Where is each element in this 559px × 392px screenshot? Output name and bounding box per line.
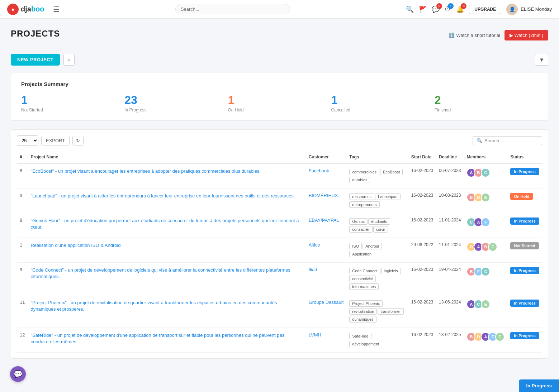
project-name-link[interactable]: Réalisation d'une application ISO & Andr…: [30, 243, 120, 248]
customer-link[interactable]: Altice: [309, 242, 320, 248]
tag: Code Connect: [349, 268, 380, 274]
stat-not-started-label: Not Started: [21, 107, 116, 113]
deadline-cell: 11-01-2024: [436, 238, 464, 263]
tag: dynamiques: [349, 316, 376, 322]
project-name-cell: "Code Connect" - un projet de développem…: [28, 263, 305, 295]
customer-link[interactable]: Iliad: [309, 267, 317, 272]
tags-cell: Code Connectlogicielsconnectivitéinforma…: [346, 263, 408, 295]
filter-button[interactable]: ▼: [535, 54, 548, 66]
stat-on-hold-label: On Hold: [228, 107, 322, 113]
toolbar: NEW PROJECT ≡ ▼: [11, 54, 548, 66]
main-content: PROJECTS ℹ️ Watch a short tutorial ▶ Wat…: [0, 19, 559, 369]
per-page-select[interactable]: 25 50 100: [17, 135, 38, 146]
hamburger-icon[interactable]: ☰: [53, 5, 60, 14]
project-name-link[interactable]: "Code Connect" - un projet de développem…: [30, 267, 290, 279]
customer-cell: Groupe Dassault: [306, 295, 347, 328]
table-section: 25 50 100 EXPORT ↻ 🔍 # Project Name Cust…: [11, 129, 548, 359]
project-name-link[interactable]: "EcoBoost" - un projet visant à encourag…: [30, 168, 261, 174]
logo[interactable]: ● djaboo: [7, 4, 44, 15]
row-num: 6: [17, 163, 28, 188]
page-title: PROJECTS: [11, 29, 60, 39]
tag: Launchpad: [375, 193, 400, 200]
export-button[interactable]: EXPORT: [41, 136, 70, 145]
table-search: 🔍: [473, 136, 542, 145]
project-name-link[interactable]: "Genius Hour" - un projet d'éducation qu…: [30, 218, 299, 230]
user-info[interactable]: 👤 ELISE Monday: [506, 4, 552, 15]
start-date-cell: 16-02-2023: [408, 263, 436, 295]
status-cell: In Progress: [507, 213, 542, 238]
deadline-cell: 13-02-2025: [436, 328, 464, 353]
tag: Android: [363, 243, 382, 249]
row-num: 1: [17, 238, 28, 263]
messages-icon-btn[interactable]: 💬 5: [432, 5, 440, 13]
search-input[interactable]: [175, 4, 290, 14]
deadline-cell: 06-07-2023: [436, 163, 464, 188]
flag-icon-btn[interactable]: 🚩: [419, 5, 427, 13]
upgrade-button[interactable]: UPGRADE: [469, 5, 501, 14]
stat-finished-number: 2: [435, 94, 529, 107]
tag: ressources: [349, 193, 374, 200]
col-num: #: [17, 151, 28, 163]
watch-tutorial-link[interactable]: ℹ️ Watch a short tutorial: [449, 33, 500, 38]
projects-table: # Project Name Customer Tags Start Date …: [17, 151, 542, 353]
project-name-link[interactable]: "Launchpad" - un projet visant à aider l…: [30, 193, 295, 199]
tags-cell: SafeRidedéveloppement: [346, 328, 408, 353]
customer-link[interactable]: LVMH: [309, 332, 321, 338]
logo-icon: ●: [7, 4, 19, 15]
customer-link[interactable]: Groupe Dassault: [309, 300, 344, 305]
start-date-cell: 16-02-2023: [408, 213, 436, 238]
customer-cell: Facebook: [306, 163, 347, 188]
stat-in-progress: 23 In Progress: [124, 94, 228, 113]
project-name-cell: "Launchpad" - un projet visant à aider l…: [28, 188, 305, 213]
stat-in-progress-number: 23: [124, 94, 219, 107]
list-view-button[interactable]: ≡: [63, 54, 75, 66]
deadline-cell: 13-06-2024: [436, 295, 464, 328]
project-name-cell: "Genius Hour" - un projet d'éducation qu…: [28, 213, 305, 238]
timer-badge: 1: [448, 3, 454, 9]
deadline-cell: 10-08-2023: [436, 188, 464, 213]
col-members: Members: [464, 151, 507, 163]
project-name-cell: Réalisation d'une application ISO & Andr…: [28, 238, 305, 263]
members-cell: BDAFE: [464, 328, 507, 353]
avatar: C: [481, 168, 490, 177]
info-icon: ℹ️: [449, 33, 454, 38]
project-name-cell: "EcoBoost" - un projet visant à encourag…: [28, 163, 305, 188]
notifications-icon-btn[interactable]: 🔔 3: [456, 5, 464, 13]
refresh-button[interactable]: ↻: [72, 136, 84, 145]
tags-cell: ressourcesLaunchpadentrepreneurs: [346, 188, 408, 213]
table-search-input[interactable]: [484, 138, 538, 143]
tag: connectivité: [349, 276, 376, 282]
tags-cell: commercialesEcoBoostdurables: [346, 163, 408, 188]
status-cell: Not Started: [507, 238, 542, 263]
tag: étudiants: [368, 218, 390, 225]
table-row: 1Réalisation d'une application ISO & And…: [17, 238, 542, 263]
project-name-link[interactable]: "SafeRide" - un projet de développement …: [30, 333, 284, 344]
status-badge: In Progress: [510, 300, 539, 307]
timer-icon-btn[interactable]: ⏱ 1: [445, 5, 451, 13]
customer-cell: Altice: [306, 238, 347, 263]
table-toolbar: 25 50 100 EXPORT ↻ 🔍: [17, 135, 542, 146]
tag: SafeRide: [349, 333, 371, 339]
notifications-badge: 3: [461, 3, 466, 9]
status-badge: In Progress: [510, 168, 539, 175]
search-icon-btn[interactable]: 🔍: [406, 5, 414, 13]
start-date-cell: 16-02-2023: [408, 295, 436, 328]
tags-cell: Geniusétudiantsconsacrercœur: [346, 213, 408, 238]
col-status: Status: [507, 151, 542, 163]
customer-link[interactable]: BIOMÉRIEUX: [309, 193, 338, 198]
col-deadline: Deadline: [436, 151, 464, 163]
row-num: 9: [17, 263, 28, 295]
col-project-name: Project Name: [28, 151, 305, 163]
table-search-icon: 🔍: [477, 138, 482, 143]
col-tags: Tags: [346, 151, 408, 163]
watch-button[interactable]: ▶ Watch (2min.): [504, 30, 548, 40]
customer-link[interactable]: EBAY/PAYPAL: [309, 217, 339, 223]
row-num: 11: [17, 295, 28, 328]
row-num: 8: [17, 213, 28, 238]
nav-icons: 🔍 🚩 💬 5 ⏱ 1 🔔 3 UPGRADE 👤 ELISE Monday: [406, 4, 552, 15]
project-name-link[interactable]: "Project Phoenix" - un projet de revital…: [30, 300, 277, 312]
customer-cell: BIOMÉRIEUX: [306, 188, 347, 213]
customer-link[interactable]: Facebook: [309, 168, 329, 173]
stat-cancelled: 1 Cancelled: [331, 94, 435, 113]
new-project-button[interactable]: NEW PROJECT: [11, 54, 60, 66]
